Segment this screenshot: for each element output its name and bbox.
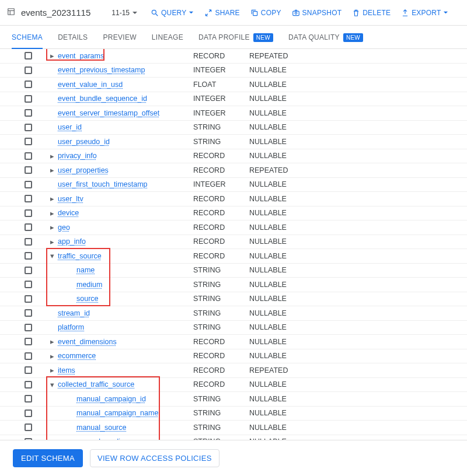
- field-name-link[interactable]: platform: [58, 323, 84, 331]
- row-checkbox[interactable]: [25, 109, 32, 117]
- tab-schema[interactable]: SCHEMA: [12, 26, 43, 48]
- expander-open-icon[interactable]: ▾: [48, 380, 55, 389]
- row-checkbox[interactable]: [25, 424, 32, 431]
- row-checkbox[interactable]: [25, 223, 32, 231]
- row-checkbox[interactable]: [25, 338, 32, 345]
- schema-row: event_value_in_usdFLOATNULLABLE: [0, 78, 467, 92]
- schema-row: stream_idSTRINGNULLABLE: [0, 306, 467, 321]
- expander-closed-icon[interactable]: ▸: [48, 51, 55, 60]
- tab-details[interactable]: DETAILS: [58, 26, 88, 48]
- field-type: RECORD: [193, 352, 249, 360]
- expander-closed-icon[interactable]: ▸: [48, 337, 55, 346]
- row-checkbox[interactable]: [25, 209, 32, 217]
- row-checkbox[interactable]: [25, 52, 32, 60]
- expander-closed-icon[interactable]: ▸: [48, 194, 55, 203]
- date-range-dropdown[interactable]: 11-15: [108, 6, 141, 19]
- row-checkbox[interactable]: [25, 281, 32, 288]
- tab-data-quality[interactable]: DATA QUALITYNEW: [288, 26, 363, 48]
- copy-button[interactable]: COPY: [247, 6, 285, 19]
- row-checkbox[interactable]: [25, 381, 32, 388]
- field-name-link[interactable]: name: [76, 266, 95, 274]
- field-mode: NULLABLE: [249, 109, 319, 117]
- export-button[interactable]: EXPORT: [398, 6, 452, 19]
- field-name-link[interactable]: collected_traffic_source: [58, 380, 134, 388]
- row-checkbox[interactable]: [25, 195, 32, 202]
- field-name-link[interactable]: app_info: [58, 237, 86, 246]
- delete-button[interactable]: DELETE: [348, 6, 394, 19]
- schema-row: manual_campaign_nameSTRINGNULLABLE: [0, 407, 467, 421]
- field-name-link[interactable]: user_first_touch_timestamp: [58, 180, 148, 188]
- field-name-link[interactable]: device: [58, 209, 79, 217]
- expander-closed-icon[interactable]: ▸: [48, 166, 55, 174]
- field-mode: NULLABLE: [249, 80, 319, 89]
- expander-closed-icon[interactable]: ▸: [48, 209, 55, 218]
- field-name-link[interactable]: privacy_info: [58, 152, 97, 160]
- field-name-link[interactable]: user_properties: [58, 166, 109, 174]
- row-checkbox[interactable]: [25, 152, 32, 160]
- field-name-link[interactable]: source: [76, 295, 99, 303]
- field-type: STRING: [193, 138, 249, 146]
- row-checkbox[interactable]: [25, 166, 32, 174]
- share-icon: [204, 9, 212, 17]
- expander-closed-icon[interactable]: ▸: [48, 237, 55, 246]
- field-mode: NULLABLE: [249, 266, 319, 274]
- row-checkbox[interactable]: [25, 410, 32, 417]
- row-checkbox[interactable]: [25, 238, 32, 246]
- field-type: INTEGER: [193, 180, 249, 188]
- field-mode: NULLABLE: [249, 123, 319, 131]
- field-name-link[interactable]: event_params: [58, 52, 104, 60]
- tab-lineage[interactable]: LINEAGE: [152, 26, 183, 48]
- expander-closed-icon[interactable]: ▸: [48, 152, 55, 160]
- field-type: RECORD: [193, 366, 249, 374]
- field-name-link[interactable]: traffic_source: [58, 252, 102, 260]
- field-name-link[interactable]: event_dimensions: [58, 338, 117, 346]
- field-type: STRING: [193, 123, 249, 131]
- field-name-link[interactable]: user_ltv: [58, 195, 83, 203]
- snapshot-button[interactable]: SNAPSHOT: [288, 6, 346, 19]
- field-name-link[interactable]: stream_id: [58, 309, 90, 317]
- svg-line-4: [156, 13, 158, 16]
- tab-preview[interactable]: PREVIEW: [103, 26, 136, 48]
- expander-closed-icon[interactable]: ▸: [48, 223, 55, 232]
- field-name-link[interactable]: event_server_timestamp_offset: [58, 109, 159, 117]
- field-name-link[interactable]: user_pseudo_id: [58, 138, 110, 146]
- field-name-link[interactable]: user_id: [58, 123, 82, 131]
- field-type: INTEGER: [193, 66, 249, 74]
- field-name-link[interactable]: event_value_in_usd: [58, 80, 123, 89]
- field-name-link[interactable]: geo: [58, 223, 70, 232]
- row-checkbox[interactable]: [25, 295, 32, 303]
- row-checkbox[interactable]: [25, 352, 32, 360]
- field-name-link[interactable]: items: [58, 366, 75, 374]
- field-name-link[interactable]: medium: [76, 281, 102, 289]
- query-button[interactable]: QUERY: [147, 6, 197, 19]
- expander-closed-icon[interactable]: ▸: [48, 366, 55, 374]
- field-name-link[interactable]: event_previous_timestamp: [58, 66, 145, 74]
- expander-closed-icon[interactable]: ▸: [48, 352, 55, 360]
- row-checkbox[interactable]: [25, 366, 32, 374]
- row-checkbox[interactable]: [25, 309, 32, 317]
- field-name-link[interactable]: manual_source: [76, 424, 126, 432]
- row-checkbox[interactable]: [25, 267, 32, 274]
- field-name-link[interactable]: manual_campaign_id: [76, 395, 146, 403]
- row-checkbox[interactable]: [25, 80, 32, 88]
- tab-data-profile[interactable]: DATA PROFILENEW: [198, 26, 273, 48]
- row-checkbox[interactable]: [25, 95, 32, 103]
- row-checkbox[interactable]: [25, 138, 32, 145]
- schema-row: ▾traffic_sourceRECORDNULLABLE: [0, 249, 467, 264]
- row-checkbox[interactable]: [25, 124, 32, 131]
- view-row-access-button[interactable]: VIEW ROW ACCESS POLICIES: [90, 449, 219, 467]
- row-checkbox[interactable]: [25, 324, 32, 331]
- expander-open-icon[interactable]: ▾: [48, 251, 55, 260]
- row-checkbox[interactable]: [25, 252, 32, 260]
- row-checkbox[interactable]: [25, 66, 32, 74]
- field-type: RECORD: [193, 380, 249, 388]
- field-name-link[interactable]: manual_campaign_name: [76, 409, 158, 417]
- field-type: FLOAT: [193, 80, 249, 89]
- share-button[interactable]: SHARE: [201, 6, 243, 19]
- row-checkbox[interactable]: [25, 395, 32, 402]
- field-name-link[interactable]: ecommerce: [58, 352, 96, 360]
- edit-schema-button[interactable]: EDIT SCHEMA: [13, 449, 83, 467]
- field-name-link[interactable]: event_bundle_sequence_id: [58, 94, 147, 103]
- row-checkbox[interactable]: [25, 181, 32, 188]
- field-mode: REPEATED: [249, 366, 319, 374]
